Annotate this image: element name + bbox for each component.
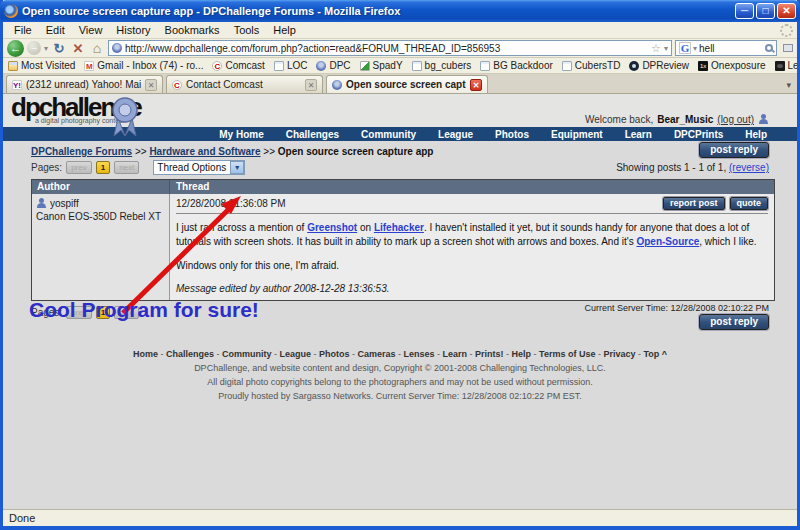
engine-dropdown-icon[interactable]: ▾ (693, 44, 697, 53)
site-nav-item[interactable]: Challenges (286, 129, 339, 140)
bookmark-label: SpadY (373, 60, 403, 71)
search-magnifier-icon[interactable] (765, 44, 773, 52)
reverse-link[interactable]: (reverse) (729, 162, 769, 173)
bookmark-item[interactable]: Onexposure (698, 60, 765, 71)
site-nav-item[interactable]: Equipment (551, 129, 603, 140)
bookmark-star-icon[interactable]: ☆ (651, 42, 661, 55)
reload-button[interactable]: ↻ (51, 41, 67, 56)
tab-open-source-screen-capture[interactable]: Open source screen capture app ... ✕ (326, 75, 488, 93)
tab-close-icon[interactable]: ✕ (145, 79, 157, 91)
footer-link[interactable]: Home (133, 349, 166, 359)
menu-item[interactable]: Help (266, 23, 303, 37)
close-button[interactable]: ✕ (777, 3, 796, 19)
footer-link[interactable]: Cameras (357, 349, 403, 359)
author-name-link[interactable]: yospiff (50, 198, 79, 209)
footer-link[interactable]: Top ^ (643, 349, 667, 359)
tab-contact-comcast[interactable]: C Contact Comcast ✕ (166, 75, 323, 93)
footer-link[interactable]: Lenses (404, 349, 443, 359)
menu-item[interactable]: Edit (39, 23, 72, 37)
search-input[interactable] (699, 43, 763, 54)
post-timestamp: 12/28/2008 01:36:08 PM (176, 198, 658, 209)
bookmark-item[interactable]: BG Backdoor (480, 60, 552, 71)
bookmark-item[interactable]: SpadY (360, 60, 403, 71)
breadcrumb-category-link[interactable]: Hardware and Software (149, 146, 260, 157)
footer-link[interactable]: Terms of Use (539, 349, 603, 359)
lifehacker-link[interactable]: Lifehacker (374, 222, 424, 233)
footer-link[interactable]: Prints! (475, 349, 512, 359)
bookmark-label: Gmail - Inbox (74) - ro... (97, 60, 203, 71)
home-button[interactable]: ⌂ (89, 41, 105, 56)
site-nav-item[interactable]: Help (745, 129, 767, 140)
breadcrumb: DPChallenge Forums >> Hardware and Softw… (31, 146, 769, 157)
window-title: Open source screen capture app - DPChall… (22, 5, 735, 17)
maximize-button[interactable]: □ (756, 3, 775, 19)
forward-button[interactable]: → (27, 41, 41, 55)
current-page-button[interactable]: 1 (96, 161, 110, 174)
back-button[interactable]: ← (7, 40, 24, 57)
welcome-line: Welcome back, Bear_Music (log out) (585, 114, 769, 125)
footer-link[interactable]: Community (222, 349, 280, 359)
site-nav-item[interactable]: DPCPrints (674, 129, 723, 140)
history-dropdown-icon[interactable]: ▾ (44, 44, 48, 53)
menu-item[interactable]: Bookmarks (158, 23, 227, 37)
greenshot-link[interactable]: Greenshot (307, 222, 357, 233)
bookmark-label: CubersTD (575, 60, 621, 71)
window-layers-icon[interactable] (783, 44, 793, 52)
username: Bear_Music (657, 114, 713, 125)
quote-button[interactable]: quote (730, 197, 769, 210)
site-nav-item[interactable]: Community (361, 129, 416, 140)
post-edited-note: Message edited by author 2008-12-28 13:3… (176, 283, 768, 294)
footer-link[interactable]: Learn (443, 349, 476, 359)
bookmark-item[interactable]: Gmail - Inbox (74) - ro... (84, 60, 203, 71)
bookmark-favicon-icon (274, 61, 284, 71)
footer-link[interactable]: Challenges (166, 349, 222, 359)
url-dropdown-icon[interactable]: ▾ (664, 44, 668, 53)
tab-yahoo-mail[interactable]: Y! (2312 unread) Yahoo! Mail, bear_music… (6, 75, 163, 93)
post-text: Windows only for this one, I'm afraid. (176, 260, 768, 271)
pages-label: Pages: (31, 162, 62, 173)
dpc-ribbon-icon (332, 80, 342, 90)
title-bar[interactable]: Open source screen capture app - DPChall… (0, 0, 800, 22)
bookmark-item[interactable]: Lensbaby (775, 60, 797, 71)
logout-link[interactable]: (log out) (717, 114, 754, 125)
post-text: I just ran across a mention of (176, 222, 307, 233)
footer-link[interactable]: League (279, 349, 319, 359)
menu-item[interactable]: File (7, 23, 39, 37)
select-dropdown-icon[interactable]: ▼ (230, 161, 244, 174)
site-nav-item[interactable]: Photos (495, 129, 529, 140)
stop-button[interactable]: ✕ (70, 41, 86, 56)
bookmark-item[interactable]: DPC (316, 60, 350, 71)
bookmark-item[interactable]: Most Visited (8, 60, 75, 71)
bookmark-item[interactable]: bg_cubers (412, 60, 472, 71)
open-source-link[interactable]: Open-Source (636, 236, 699, 247)
footer-link[interactable]: Privacy (603, 349, 643, 359)
minimize-button[interactable]: ─ (735, 3, 754, 19)
menu-item[interactable]: View (72, 23, 110, 37)
tab-close-icon[interactable]: ✕ (305, 79, 317, 91)
tab-list-dropdown-icon[interactable]: ▾ (786, 80, 794, 93)
bookmark-item[interactable]: DPReview (629, 60, 689, 71)
footer-link[interactable]: Photos (319, 349, 358, 359)
bookmark-item[interactable]: Comcast (212, 60, 264, 71)
breadcrumb-forums-link[interactable]: DPChallenge Forums (31, 146, 132, 157)
url-bar[interactable]: ☆ ▾ (108, 40, 672, 56)
url-input[interactable] (125, 43, 648, 54)
menu-item[interactable]: Tools (227, 23, 267, 37)
bookmark-item[interactable]: LOC (274, 60, 308, 71)
thread-options-label: Thread Options (154, 162, 230, 173)
tab-close-icon[interactable]: ✕ (470, 79, 482, 91)
site-nav-item[interactable]: My Home (219, 129, 263, 140)
tab-label: Open source screen capture app ... (346, 79, 466, 90)
thread-options-select[interactable]: Thread Options ▼ (153, 160, 245, 175)
site-nav-item[interactable]: Learn (625, 129, 652, 140)
google-engine-icon[interactable]: G (679, 42, 691, 54)
search-bar[interactable]: G ▾ (675, 40, 777, 56)
bookmark-item[interactable]: CubersTD (562, 60, 621, 71)
site-nav-item[interactable]: League (438, 129, 473, 140)
footer-link[interactable]: Help (512, 349, 540, 359)
throbber-icon (780, 24, 793, 37)
menu-item[interactable]: History (109, 23, 157, 37)
post-reply-button-top[interactable]: post reply (699, 142, 769, 158)
report-post-button[interactable]: report post (663, 197, 725, 210)
post-reply-button-bottom[interactable]: post reply (699, 314, 769, 330)
